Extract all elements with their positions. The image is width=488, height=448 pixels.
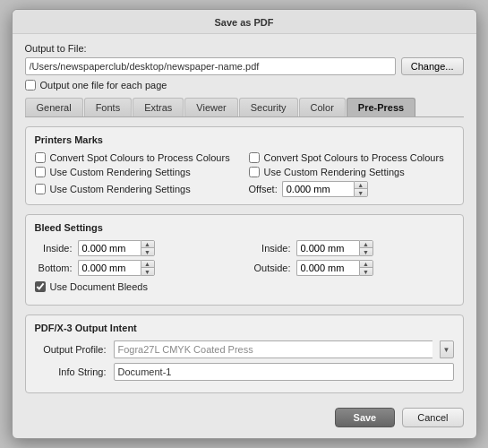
tab-viewer[interactable]: Viewer (184, 98, 237, 116)
pdf-info-input[interactable] (114, 363, 454, 381)
bleed-outside-up[interactable]: ▲ (360, 261, 372, 268)
use-doc-bleeds-label: Use Document Bleeds (50, 281, 148, 292)
tab-fonts[interactable]: Fonts (84, 98, 133, 116)
pm-item-5: Use Custom Rendering Settings (35, 181, 240, 197)
bleed-bottom-down[interactable]: ▼ (141, 268, 154, 275)
tab-general[interactable]: General (25, 98, 83, 116)
offset-row: Offset: ▲ ▼ (249, 181, 454, 197)
bleed-outside-down[interactable]: ▼ (360, 268, 372, 275)
bleed-inside1-down[interactable]: ▼ (141, 248, 154, 255)
tab-prepress[interactable]: Pre-Press (347, 98, 415, 116)
pm-check-5[interactable] (35, 184, 46, 194)
pm-item-2: Convert Spot Colours to Process Colours (249, 152, 454, 163)
save-button[interactable]: Save (335, 408, 396, 427)
output-section: Output to File: Change... Output one fil… (25, 43, 464, 90)
one-file-label: Output one file for each page (40, 80, 167, 90)
pdf-profile-row: Output Profile: ▼ (35, 340, 454, 358)
pm-check-2[interactable] (249, 152, 260, 163)
bleed-outside-input[interactable] (296, 260, 359, 276)
bleed-inside2-label: Inside: (253, 243, 291, 254)
save-as-pdf-dialog: Save as PDF Output to File: Change... Ou… (12, 9, 477, 439)
bleed-inside1-up[interactable]: ▲ (141, 241, 154, 248)
pm-item-4: Use Custom Rendering Settings (249, 167, 454, 177)
pdf-info-row: Info String: (35, 363, 454, 381)
offset-down-button[interactable]: ▼ (355, 189, 367, 196)
cancel-button[interactable]: Cancel (402, 408, 463, 427)
output-label: Output to File: (25, 43, 464, 54)
bleed-inside1-row: Inside: ▲ ▼ (35, 240, 235, 256)
dialog-title: Save as PDF (13, 10, 476, 34)
bleed-inside2-down[interactable]: ▼ (360, 248, 372, 255)
bleed-settings-section: Bleed Settings Inside: ▲ ▼ Inside: (25, 214, 464, 306)
use-doc-bleeds-row: Use Document Bleeds (35, 281, 454, 292)
offset-spinner: ▲ ▼ (282, 181, 368, 197)
bleed-bottom-label: Bottom: (35, 263, 73, 273)
one-file-checkbox[interactable] (25, 80, 36, 90)
bleed-inside2-input[interactable] (296, 240, 359, 256)
output-path-input[interactable] (25, 57, 396, 75)
bleed-inside1-input[interactable] (78, 240, 141, 256)
pdf-profile-arrow[interactable]: ▼ (440, 340, 454, 358)
pdf-profile-input[interactable] (114, 340, 432, 358)
bleed-inside1-label: Inside: (35, 243, 73, 254)
bleed-inside1-spinner: ▲ ▼ (78, 240, 155, 256)
bleed-bottom-input[interactable] (78, 260, 141, 276)
change-button[interactable]: Change... (401, 57, 464, 75)
tab-bar: General Fonts Extras Viewer Security Col… (25, 98, 464, 117)
pm-check-4[interactable] (249, 167, 260, 177)
printers-marks-title: Printers Marks (35, 134, 454, 145)
bleed-inside2-up[interactable]: ▲ (360, 241, 372, 248)
offset-input[interactable] (282, 181, 354, 197)
bleed-inside2-spinner: ▲ ▼ (296, 240, 373, 256)
pm-check-1[interactable] (35, 152, 46, 163)
offset-spinner-buttons: ▲ ▼ (354, 181, 368, 197)
one-file-row: Output one file for each page (25, 80, 464, 90)
pm-item-1: Convert Spot Colours to Process Colours (35, 152, 240, 163)
bleed-outside-spinner: ▲ ▼ (296, 260, 373, 276)
printers-marks-section: Printers Marks Convert Spot Colours to P… (25, 126, 464, 205)
bleed-bottom-row: Bottom: ▲ ▼ (35, 260, 235, 276)
tab-color[interactable]: Color (299, 98, 346, 116)
offset-up-button[interactable]: ▲ (355, 182, 367, 189)
bottom-buttons: Save Cancel (13, 402, 476, 427)
pdf-info-label: Info String: (35, 366, 107, 377)
use-doc-bleeds-checkbox[interactable] (35, 281, 46, 292)
bleed-bottom-spinner: ▲ ▼ (78, 260, 155, 276)
bleed-bottom-up[interactable]: ▲ (141, 261, 154, 268)
tab-extras[interactable]: Extras (133, 98, 184, 116)
tab-security[interactable]: Security (239, 98, 298, 116)
pdf-x3-section: PDF/X-3 Output Intent Output Profile: ▼ … (25, 314, 464, 393)
bleed-grid: Inside: ▲ ▼ Inside: ▲ (35, 240, 454, 276)
pm-check-3[interactable] (35, 167, 46, 177)
offset-label: Offset: (249, 184, 278, 194)
pdf-x3-title: PDF/X-3 Output Intent (35, 323, 454, 333)
printers-marks-grid: Convert Spot Colours to Process Colours … (35, 152, 454, 197)
output-row: Change... (25, 57, 464, 75)
bleed-outside-label: Outside: (253, 263, 291, 273)
bleed-outside-row: Outside: ▲ ▼ (253, 260, 454, 276)
pm-item-3: Use Custom Rendering Settings (35, 167, 240, 177)
bleed-title: Bleed Settings (35, 222, 454, 233)
bleed-inside2-row: Inside: ▲ ▼ (253, 240, 454, 256)
pdf-profile-label: Output Profile: (35, 344, 107, 355)
